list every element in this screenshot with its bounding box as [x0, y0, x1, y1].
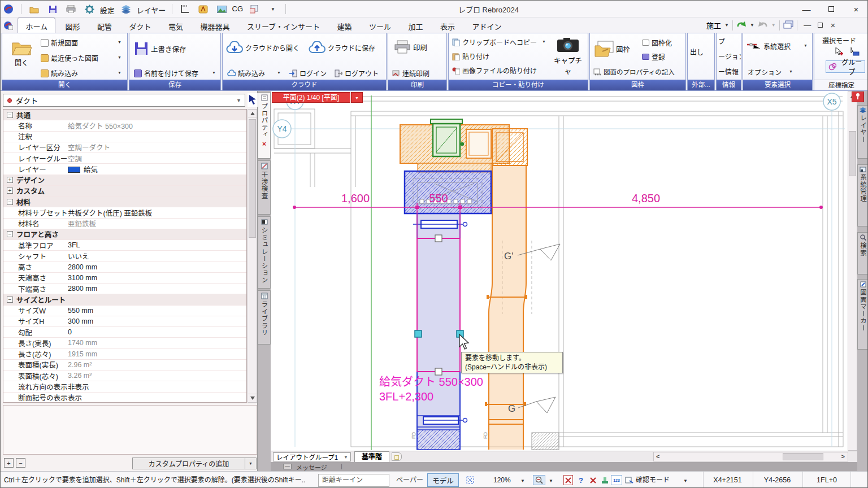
undo-dropdown[interactable]: ▼	[750, 23, 754, 28]
cancel-tool-icon[interactable]	[588, 475, 598, 485]
canvas-scroll-left-icon[interactable]: <	[656, 453, 659, 460]
zoom-extents-icon[interactable]	[465, 475, 475, 485]
property-row-surface-center[interactable]: 表面積(芯々)3.26 m²	[3, 371, 246, 381]
construction-mode-dropdown[interactable]: ▼	[724, 23, 729, 28]
tab-fabrication[interactable]: 加工	[401, 18, 431, 33]
recent-drawings-button[interactable]: 最近使った図面	[41, 53, 98, 63]
property-row-material-name[interactable]: 材料名亜鉛鉄板	[3, 219, 246, 229]
tab-duct[interactable]: ダクト	[121, 18, 158, 33]
property-row-slope[interactable]: 勾配0	[3, 327, 246, 338]
tab-properties[interactable]: プロパティ ×	[258, 92, 271, 159]
drawing-canvas[interactable]: 1,600 550 4,850 G' G FD FD X4 Y4 X5 給	[271, 91, 857, 451]
export-button-clipped[interactable]: 出し	[690, 47, 704, 56]
copy-to-clipboard-button[interactable]: クリップボードへコピー	[452, 37, 537, 47]
group-select-button[interactable]: グループ	[826, 60, 865, 73]
recent-dropdown[interactable]: ▼	[118, 55, 121, 59]
canvas-vscrollbar[interactable]	[848, 91, 857, 451]
scroll-down-icon[interactable]	[250, 396, 255, 400]
save-quick-button[interactable]	[46, 2, 59, 16]
property-grid-scrollbar[interactable]	[248, 109, 257, 403]
login-button[interactable]: ログイン	[289, 68, 327, 78]
new-drawing-button[interactable]: 新規図面	[41, 38, 78, 47]
model-mode-button[interactable]: モデル	[427, 473, 459, 487]
confirm-mode-dropdown[interactable]: ▼	[683, 478, 688, 483]
capture-button[interactable]: キャプチャ	[552, 37, 584, 76]
info-item-1-clipped[interactable]: プ	[718, 36, 725, 46]
new-drawing-dropdown[interactable]: ▼	[118, 40, 121, 44]
view-tab[interactable]: 平面(2) 1/40 [平面]	[272, 92, 350, 103]
tab-shapes[interactable]: 図形	[58, 18, 88, 33]
property-row-top-height[interactable]: 天端高さ3100 mm	[3, 273, 246, 284]
property-section-design[interactable]: +デザイン	[3, 175, 246, 186]
print-button[interactable]: 印刷	[394, 40, 427, 54]
layout-group-select[interactable]: レイアウトグループ1 ▼	[273, 452, 351, 461]
frame-make-button[interactable]: 図枠化	[642, 38, 672, 47]
dimension-4850[interactable]: 4,850	[632, 192, 660, 204]
undo-button[interactable]	[736, 20, 747, 30]
numeric-input-icon[interactable]: 123	[611, 475, 622, 485]
property-section-size-route[interactable]: −サイズとルート	[3, 294, 246, 305]
property-row-length-center[interactable]: 長さ(芯々)1915 mm	[3, 349, 246, 360]
construction-mode-label[interactable]: 施工	[706, 20, 721, 30]
auto-hide-pin-button[interactable]	[852, 91, 864, 102]
property-row-layer-group[interactable]: レイヤーグループ空調	[3, 153, 246, 164]
annotation-duct-size[interactable]: 給気ダクト 550×300	[379, 376, 483, 388]
save-as-dropdown[interactable]: ▼	[212, 71, 216, 75]
zoom-tool-dropdown[interactable]: ▼	[549, 478, 553, 483]
paste-button[interactable]: 貼り付け	[452, 51, 489, 61]
tab-drawing-marker[interactable]: 図面マーカー	[857, 279, 868, 350]
cloud-open-button[interactable]: クラウドから開く	[226, 41, 300, 54]
add-custom-property-dropdown[interactable]: ▼	[245, 457, 257, 469]
scroll-up-icon[interactable]	[250, 112, 255, 115]
settings-label[interactable]: 設定	[100, 5, 115, 15]
tab-system-management[interactable]: 系統管理	[857, 164, 868, 226]
confirm-mode-label[interactable]: 確認モード	[636, 472, 670, 488]
property-row-layer-class[interactable]: レイヤー区分空調ーダクト	[3, 142, 246, 153]
property-section-material[interactable]: −材料	[3, 197, 246, 207]
import-button[interactable]: 読み込み	[41, 68, 78, 78]
drawing-badge-icon[interactable]	[197, 2, 210, 16]
add-select-icon[interactable]	[835, 47, 844, 58]
logout-button[interactable]: ログアウト	[335, 68, 379, 78]
new-sheet-button[interactable]	[392, 452, 402, 461]
property-section-custom[interactable]: +カスタム	[3, 186, 246, 197]
selected-blue-duct[interactable]	[405, 171, 491, 450]
measure-ruler-icon[interactable]	[178, 2, 192, 16]
property-row-shaft[interactable]: シャフトいいえ	[3, 251, 246, 262]
continuous-print-button[interactable]: 連続印刷	[392, 68, 429, 78]
drawing-area[interactable]: 1,600 550 4,850 G' G FD FD X4 Y4 X5 給	[271, 91, 857, 471]
window-cascade-icon[interactable]	[783, 20, 793, 30]
tab-simulation[interactable]: シミュレーション	[258, 216, 271, 289]
property-row-length-real[interactable]: 長さ(実長)1740 mm	[3, 338, 246, 348]
sheet-tab-active[interactable]: 基準階	[354, 451, 389, 462]
zoom-level[interactable]: 120%	[493, 472, 511, 488]
tab-home[interactable]: ホーム	[18, 18, 55, 33]
tab-architecture[interactable]: 建築	[330, 18, 359, 33]
cg-image-icon[interactable]	[215, 2, 228, 16]
tab-layers[interactable]: レイヤー	[857, 105, 868, 159]
open-quick-button[interactable]	[28, 2, 41, 16]
tab-sleeve-insert[interactable]: スリーブ・インサート	[240, 18, 327, 33]
info-item-2-clipped[interactable]: ージョン	[718, 51, 741, 61]
cloud-import-button[interactable]: 読み込み	[227, 68, 265, 78]
help-pointer-icon[interactable]: ?	[576, 475, 586, 485]
redo-button[interactable]	[758, 20, 768, 30]
copy-dropdown[interactable]: ▼	[542, 40, 546, 43]
frame-button[interactable]: 図枠	[594, 40, 630, 57]
dimension-550[interactable]: 550	[429, 192, 448, 204]
collapse-all-button[interactable]: −	[16, 458, 25, 468]
tab-equipment[interactable]: 機器器具	[193, 18, 237, 33]
lasso-select-icon[interactable]	[849, 47, 860, 58]
property-section-common[interactable]: −共通	[3, 110, 246, 120]
confirm-mode-icon[interactable]	[624, 475, 634, 485]
import-dropdown[interactable]: ▼	[118, 71, 121, 75]
tab-search[interactable]: 検索	[857, 232, 868, 274]
dimension-1600[interactable]: 1,600	[341, 192, 370, 204]
canvas-scroll-right-icon[interactable]: >	[841, 453, 845, 460]
delete-marker-icon[interactable]	[563, 475, 573, 485]
property-row-flow-display[interactable]: 流れ方向の表示非表示	[3, 381, 246, 392]
expand-all-button[interactable]: +	[4, 458, 14, 468]
tab-tools[interactable]: ツール	[362, 18, 398, 33]
settings-gear-icon[interactable]	[83, 2, 96, 16]
zoom-dropdown[interactable]: ▼	[520, 478, 525, 483]
